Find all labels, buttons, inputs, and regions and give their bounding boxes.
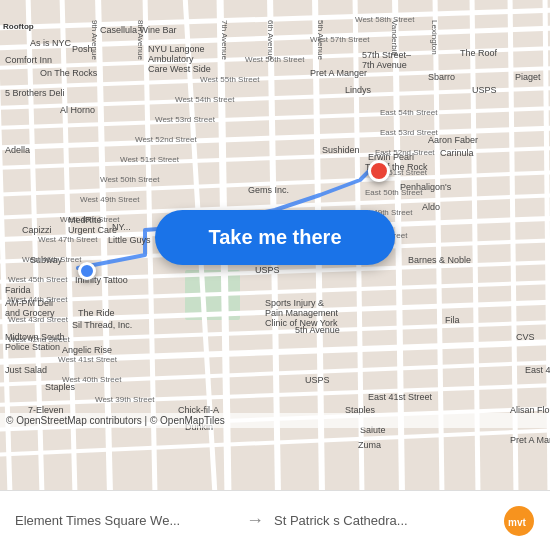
svg-text:West 40th Street: West 40th Street [62,375,122,384]
svg-text:West 50th Street: West 50th Street [100,175,160,184]
copyright-bar: © OpenStreetMap contributors | © OpenMap… [0,413,550,428]
svg-text:Lexington: Lexington [430,20,439,55]
svg-text:9th Avenue: 9th Avenue [90,20,99,60]
svg-text:West 42nd Street: West 42nd Street [8,335,70,344]
svg-text:West 53rd Street: West 53rd Street [155,115,216,124]
copyright-text: © OpenStreetMap contributors | © OpenMap… [6,415,225,426]
svg-text:mvt: mvt [508,517,526,528]
arrow-icon: → [246,510,264,531]
svg-text:West 54th Street: West 54th Street [175,95,235,104]
moovit-icon: mvt [503,505,535,537]
svg-text:West 55th Street: West 55th Street [200,75,260,84]
origin-dot [78,262,96,280]
svg-text:West 49th Street: West 49th Street [80,195,140,204]
svg-text:West 48th Street: West 48th Street [60,215,120,224]
svg-text:West 45th Street: West 45th Street [8,275,68,284]
take-me-there-button[interactable]: Take me there [155,210,395,265]
svg-text:8th Avenue: 8th Avenue [136,20,145,60]
svg-text:West 51st Street: West 51st Street [120,155,180,164]
svg-text:6th Avenue: 6th Avenue [266,20,275,60]
svg-text:East 50th Street: East 50th Street [365,188,423,197]
moovit-logo: mvt [503,505,535,537]
svg-text:West 43rd Street: West 43rd Street [8,315,69,324]
destination-pin [368,160,390,182]
svg-text:7th Avenue: 7th Avenue [220,20,229,60]
from-location-label: Element Times Square We... [15,513,236,528]
svg-text:West 47th Street: West 47th Street [38,235,98,244]
svg-text:West 41st Street: West 41st Street [58,355,118,364]
svg-text:West 39th Street: West 39th Street [95,395,155,404]
bottom-bar: Element Times Square We... → St Patrick … [0,490,550,550]
svg-text:East 54th Street: East 54th Street [380,108,438,117]
map-container: West 58th Street West 57th Street West 5… [0,0,550,490]
svg-text:West 52nd Street: West 52nd Street [135,135,197,144]
svg-text:Vanderbilt: Vanderbilt [390,20,399,56]
svg-text:5th Avenue: 5th Avenue [316,20,325,60]
svg-text:West 46th Street: West 46th Street [22,255,82,264]
svg-text:East 52nd Street: East 52nd Street [375,148,435,157]
svg-text:East 53rd Street: East 53rd Street [380,128,439,137]
svg-text:West 44th Street: West 44th Street [8,295,68,304]
svg-text:West 58th Street: West 58th Street [355,15,415,24]
to-location-label: St Patrick s Cathedra... [274,513,495,528]
